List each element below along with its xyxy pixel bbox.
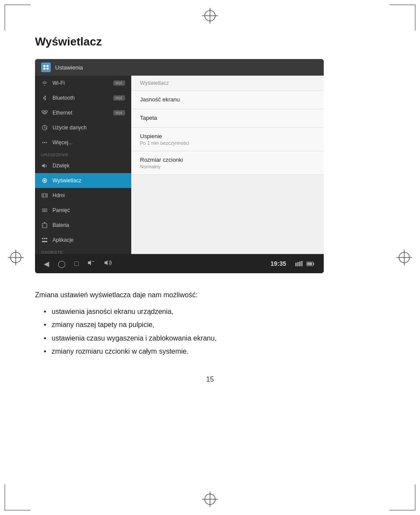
bluetooth-badge: Wył. (113, 95, 125, 101)
sidebar-item-wifi[interactable]: Wi-Fi Wył. (35, 76, 131, 90)
fontsize-title: Rozmiar czcionki (140, 157, 315, 163)
svg-rect-13 (46, 65, 49, 67)
data-usage-label: Użycie danych (52, 125, 87, 131)
apps-icon (41, 237, 48, 244)
svg-rect-57 (308, 263, 312, 265)
section-device: URZĄDZENIE (35, 150, 131, 158)
device-bottombar: ◀ ◯ □ 19:35 (35, 254, 324, 273)
sidebar-item-data-usage[interactable]: Użycie danych (35, 120, 131, 135)
crosshair-top (202, 8, 218, 24)
bullet-item-1: ustawienia jasności ekranu urządzenia, (44, 305, 385, 318)
svg-rect-35 (42, 223, 47, 228)
display-label: Wyświetlacz (52, 177, 81, 184)
sidebar-item-hdmi[interactable]: Hdmi (35, 188, 131, 203)
panel-item-brightness[interactable]: Jasność ekranu (131, 91, 324, 109)
status-icons (295, 261, 315, 266)
bluetooth-label: Bluetooth (52, 95, 75, 101)
more-icon (41, 139, 48, 146)
sleep-title: Uspienie (140, 133, 315, 139)
page-number: 15 (35, 376, 385, 383)
svg-rect-16 (42, 111, 44, 112)
svg-rect-12 (43, 65, 46, 67)
svg-rect-39 (44, 238, 46, 239)
more-label: Więcej... (52, 139, 73, 146)
corner-mark-bl (4, 484, 31, 511)
recents-icon[interactable]: □ (74, 260, 79, 268)
corner-mark-tr (389, 4, 416, 31)
corner-mark-tl (4, 4, 31, 31)
svg-rect-56 (313, 263, 314, 265)
svg-rect-38 (42, 238, 43, 239)
ethernet-badge: Wył. (113, 110, 125, 115)
bullet-item-4: zmiany rozmiaru czcionki w całym systemi… (44, 345, 385, 358)
crosshair-left (8, 250, 24, 265)
bluetooth-icon (41, 94, 48, 101)
wallpaper-title: Tapeta (140, 115, 315, 121)
fontsize-sub: Normalny (140, 164, 315, 169)
panel-item-sleep[interactable]: Uspienie Po 1 min bezczynności (131, 128, 324, 151)
svg-point-28 (44, 180, 46, 181)
wifi-icon (41, 80, 48, 87)
svg-rect-51 (295, 263, 297, 266)
page-title: Wyświetlacz (35, 35, 385, 49)
svg-rect-29 (42, 194, 47, 197)
vol-up-icon[interactable] (104, 260, 112, 268)
sidebar-item-ethernet[interactable]: Ethernet Wył. (35, 105, 131, 120)
sidebar-item-display[interactable]: Wyświetlacz (35, 173, 131, 188)
wifi-label: Wi-Fi (52, 80, 65, 86)
device-screenshot: Ustawienia Wi-Fi Wył. (35, 59, 324, 273)
bullet-list: ustawienia jasności ekranu urządzenia, z… (35, 305, 385, 358)
intro-text: Zmiana ustawień wyświetlacza daje nam mo… (35, 289, 385, 302)
section-personal: OSOBISTE (35, 247, 131, 254)
ethernet-icon (41, 109, 48, 116)
bullet-item-2: zmiany naszej tapety na pulpicie, (44, 318, 385, 331)
memory-icon (41, 207, 48, 214)
panel-item-fontsize[interactable]: Rozmiar czcionki Normalny (131, 151, 324, 175)
svg-marker-50 (105, 260, 108, 265)
svg-rect-53 (299, 261, 301, 266)
device-panel: Wyświetlacz Jasność ekranu Tapeta Uspien… (131, 76, 324, 254)
data-usage-icon (41, 124, 48, 131)
svg-rect-52 (298, 262, 299, 267)
panel-item-wallpaper[interactable]: Tapeta (131, 109, 324, 128)
sidebar-item-more[interactable]: Więcej... (35, 135, 131, 150)
device-sidebar[interactable]: Wi-Fi Wył. Bluetooth Wył. (35, 76, 131, 254)
sleep-sub: Po 1 min bezczynności (140, 140, 315, 146)
sidebar-item-apps[interactable]: Aplikacje (35, 233, 131, 247)
svg-rect-15 (46, 68, 49, 70)
sidebar-item-memory[interactable]: Pamięć (35, 203, 131, 218)
sound-label: Dźwięk (52, 163, 70, 169)
sound-icon (41, 162, 48, 169)
crosshair-bottom (202, 491, 218, 507)
svg-point-25 (46, 142, 47, 143)
sidebar-item-bluetooth[interactable]: Bluetooth Wył. (35, 90, 131, 105)
corner-mark-br (389, 484, 416, 511)
sidebar-item-battery[interactable]: Bateria (35, 218, 131, 233)
svg-point-24 (44, 142, 46, 143)
svg-marker-48 (88, 260, 91, 265)
svg-rect-14 (43, 68, 46, 70)
svg-marker-26 (42, 164, 45, 168)
settings-icon (41, 63, 51, 72)
bullet-item-3: ustawienia czasu wygaszenia i zablokowan… (44, 332, 385, 345)
bottom-time: 19:35 (270, 260, 286, 267)
titlebar-text: Ustawienia (55, 64, 83, 71)
memory-label: Pamięć (52, 207, 70, 213)
svg-rect-40 (46, 238, 47, 239)
apps-label: Aplikacje (52, 237, 74, 243)
crosshair-right (396, 250, 412, 265)
panel-title: Wyświetlacz (131, 76, 324, 91)
svg-rect-54 (301, 261, 303, 266)
display-icon (41, 177, 48, 184)
ethernet-label: Ethernet (52, 110, 72, 116)
brightness-title: Jasność ekranu (140, 96, 315, 103)
hdmi-label: Hdmi (52, 192, 65, 198)
device-main: Wi-Fi Wył. Bluetooth Wył. (35, 76, 324, 254)
device-titlebar: Ustawienia (35, 59, 324, 76)
sidebar-item-sound[interactable]: Dźwięk (35, 158, 131, 173)
back-icon[interactable]: ◀ (44, 260, 49, 268)
hdmi-icon (41, 192, 48, 199)
home-icon[interactable]: ◯ (58, 260, 66, 268)
vol-down-icon[interactable] (88, 260, 95, 268)
svg-point-23 (42, 142, 44, 143)
